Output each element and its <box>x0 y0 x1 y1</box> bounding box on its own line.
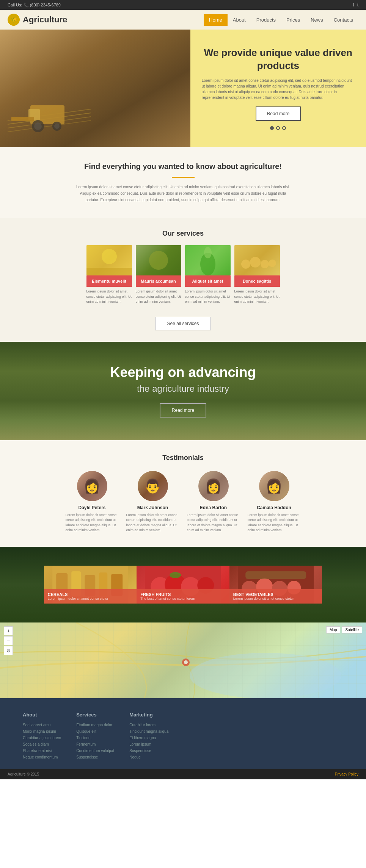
product-vegetables: BEST VEGETABLES Lorem ipsum dolor sit am… <box>229 566 322 604</box>
cereals-sublabel: Lorem ipsum dolor sit amet conse ctetur <box>48 597 133 601</box>
hero-read-more-button[interactable]: Read more <box>256 106 301 121</box>
footer-about-link-2[interactable]: Morbi magna ipsum <box>23 729 61 733</box>
nav-about[interactable]: About <box>228 14 251 26</box>
svg-rect-13 <box>86 268 132 275</box>
footer-services-link-4[interactable]: Fermentum <box>76 742 114 746</box>
footer-about-link-4[interactable]: Sodales a diam <box>23 742 61 746</box>
banner-subtitle: the agriculture industry <box>137 383 229 394</box>
fruits-sublabel: The best of amet conse ctetur lorem <box>140 597 225 601</box>
facebook-icon[interactable]: f <box>353 2 354 8</box>
nav-home[interactable]: Home <box>204 14 228 26</box>
footer-about-link-3[interactable]: Curabitur a justo lorem <box>23 736 61 740</box>
vegetables-label: BEST VEGETABLES <box>233 592 318 597</box>
hero-section: We provide unique value driven products … <box>0 30 366 147</box>
hero-dot-2[interactable] <box>276 126 280 130</box>
testimonial-name-1: Dayle Peters <box>66 505 119 510</box>
footer-services-link-6[interactable]: Suspendisse <box>76 755 114 759</box>
fruits-overlay: FRESH FRUITS The best of amet conse ctet… <box>137 589 229 604</box>
service-label-1: Elementu muvelit <box>86 275 132 287</box>
avatar-1: 👩 <box>77 471 107 501</box>
map-compass[interactable]: ◎ <box>4 646 13 655</box>
about-divider <box>172 177 195 178</box>
hero-dot-3[interactable] <box>282 126 286 130</box>
footer-services-link-1[interactable]: Etodium magna dolor <box>76 723 114 727</box>
vegetables-overlay: BEST VEGETABLES Lorem ipsum dolor sit am… <box>229 589 322 604</box>
footer-marketing-link-5[interactable]: Suspendisse <box>129 749 168 753</box>
nav-prices[interactable]: Prices <box>281 14 305 26</box>
main-nav: Home About Products Prices News Contacts <box>204 14 358 26</box>
service-image-4 <box>234 245 280 275</box>
banner-read-more-button[interactable]: Read more <box>160 403 206 418</box>
contact-info: Call Us: 📞 (800) 2345-6789 <box>8 3 61 8</box>
cereals-overlay: CEREALS Lorem ipsum dolor sit amet conse… <box>44 589 137 604</box>
service-text-1: Lorem ipsum dolor sit amet conse ctetur … <box>86 289 132 305</box>
logo-icon: 🌾 <box>8 14 20 26</box>
hero-title: We provide unique value driven products <box>202 47 355 72</box>
svg-point-15 <box>149 251 168 270</box>
service-card-3: Aliquet sit amet Lorem ipsum dolor sit a… <box>185 245 231 305</box>
map-zoom-out[interactable]: − <box>4 636 13 645</box>
footer-marketing-link-3[interactable]: Et libero magna <box>129 736 168 740</box>
footer-privacy-link[interactable]: Privacy Policy <box>335 772 358 776</box>
svg-point-12 <box>102 249 117 264</box>
footer-marketing-link-4[interactable]: Lorem ipsum <box>129 742 168 746</box>
service-label-3: Aliquet sit amet <box>185 275 231 287</box>
logo-text: Agriculture <box>23 15 67 25</box>
svg-point-42 <box>190 653 341 698</box>
hero-illustration <box>8 90 91 139</box>
footer-services-link-5[interactable]: Condimentum volutpat <box>76 749 114 753</box>
footer-col-services: Services Etodium magna dolor Quisque eli… <box>76 712 114 762</box>
service-image-3 <box>185 245 231 275</box>
footer-marketing-heading: Marketing <box>129 712 168 718</box>
footer-services-link-2[interactable]: Quisque elit <box>76 729 114 733</box>
footer-marketing-link-1[interactable]: Curabitur lorem <box>129 723 168 727</box>
testimonial-card-4: 👩 Camala Haddon Lorem ipsum dolor sit am… <box>248 471 301 533</box>
banner-section: Keeping on advancing the agriculture ind… <box>0 342 366 440</box>
phone-number: (800) 2345-6789 <box>30 3 61 7</box>
footer: About Sed laoreet arcu Morbi magna ipsum… <box>0 698 366 769</box>
service-label-4: Donec sagittis <box>234 275 280 287</box>
footer-about-link-1[interactable]: Sed laoreet arcu <box>23 723 61 727</box>
map-view-satellite[interactable]: Satellite <box>342 626 362 633</box>
avatar-face-3: 👩 <box>198 471 229 501</box>
top-bar: Call Us: 📞 (800) 2345-6789 f t <box>0 0 366 10</box>
social-icons: f t <box>353 2 358 8</box>
svg-point-21 <box>250 257 261 267</box>
nav-contacts[interactable]: Contacts <box>328 14 358 26</box>
testimonial-text-3: Lorem ipsum dolor sit amet conse ctetur … <box>187 513 240 533</box>
service-image-1 <box>86 245 132 275</box>
svg-point-9 <box>54 124 60 129</box>
service-card-1: Elementu muvelit Lorem ipsum dolor sit a… <box>86 245 132 305</box>
svg-point-7 <box>34 122 42 130</box>
hero-content: We provide unique value driven products … <box>190 30 366 147</box>
product-fruits: FRESH FRUITS The best of amet conse ctet… <box>137 566 229 604</box>
nav-products[interactable]: Products <box>251 14 281 26</box>
footer-marketing-link-2[interactable]: Tincidunt magna aliqua <box>129 729 168 733</box>
about-title: Find everything you wanted to know about… <box>23 162 343 171</box>
about-body: Lorem ipsum dolor sit amet conse ctetur … <box>73 184 293 203</box>
products-banner: CEREALS Lorem ipsum dolor sit amet conse… <box>0 547 366 622</box>
twitter-icon[interactable]: t <box>357 2 358 8</box>
map-view-map[interactable]: Map <box>326 626 340 633</box>
nav-news[interactable]: News <box>305 14 328 26</box>
hero-dot-1[interactable] <box>270 126 274 130</box>
footer-about-link-5[interactable]: Pharetra erat nisi <box>23 749 61 753</box>
call-label: Call Us: <box>8 3 22 7</box>
svg-point-35 <box>170 572 181 578</box>
see-all-services-button[interactable]: See all services <box>155 317 210 330</box>
footer-services-link-3[interactable]: Tincidunt <box>76 736 114 740</box>
service-text-2: Lorem ipsum dolor sit amet conse ctetur … <box>136 289 181 305</box>
about-section: Find everything you wanted to know about… <box>0 147 366 218</box>
footer-col-about: About Sed laoreet arcu Morbi magna ipsum… <box>23 712 61 762</box>
footer-bottom: Agriculture © 2015 Privacy Policy <box>0 769 366 779</box>
avatar-face-1: 👩 <box>77 471 107 501</box>
footer-col-marketing: Marketing Curabitur lorem Tincidunt magn… <box>129 712 168 762</box>
footer-copyright: Agriculture © 2015 <box>8 772 39 776</box>
footer-about-link-6[interactable]: Neque condimentum <box>23 755 61 759</box>
avatar-2: 👨 <box>138 471 168 501</box>
header: 🌾 Agriculture Home About Products Prices… <box>0 10 366 30</box>
service-text-3: Lorem ipsum dolor sit amet conse ctetur … <box>185 289 231 305</box>
products-strip: CEREALS Lorem ipsum dolor sit amet conse… <box>44 566 322 604</box>
map-zoom-in[interactable]: + <box>4 626 13 635</box>
footer-marketing-link-6[interactable]: Neque <box>129 755 168 759</box>
